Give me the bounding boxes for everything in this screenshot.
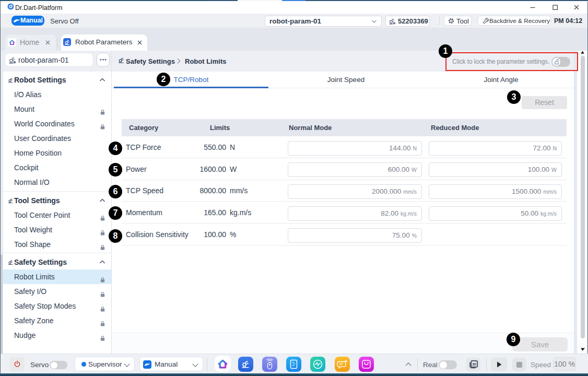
- svg-text:30: 30: [472, 362, 476, 366]
